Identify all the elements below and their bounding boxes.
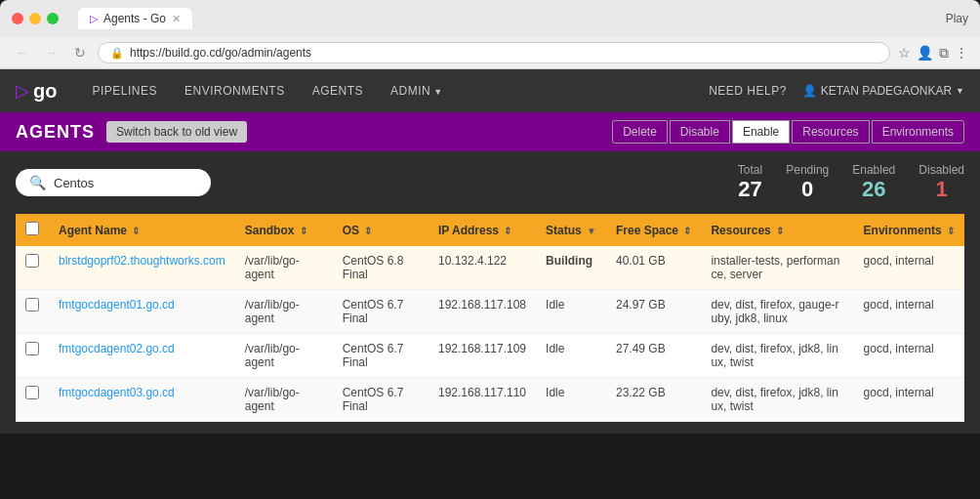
row-ip-address: 192.168.117.108 xyxy=(429,290,536,334)
resources-button[interactable]: Resources xyxy=(792,120,869,144)
address-actions: ☆ 👤 ⧉ ⋮ xyxy=(898,45,968,62)
sort-arrow-agent-name: ⇕ xyxy=(132,226,140,236)
agents-table: Agent Name ⇕ Sandbox ⇕ OS ⇕ IP Address ⇕… xyxy=(16,214,964,422)
enable-button[interactable]: Enable xyxy=(732,120,790,144)
header-agent-name[interactable]: Agent Name ⇕ xyxy=(49,214,235,246)
go-logo[interactable]: ▷ go xyxy=(16,80,57,103)
table-row: fmtgocdagent02.go.cd /var/lib/go-agent C… xyxy=(16,334,964,378)
header-environments[interactable]: Environments ⇕ xyxy=(854,214,964,246)
nav-item-agents[interactable]: AGENTS xyxy=(301,72,375,109)
header-row: Agent Name ⇕ Sandbox ⇕ OS ⇕ IP Address ⇕… xyxy=(16,214,964,246)
header-os[interactable]: OS ⇕ xyxy=(333,214,429,246)
url-text: https://build.go.cd/go/admin/agents xyxy=(130,46,311,60)
row-status: Building xyxy=(536,246,606,290)
row-checkbox[interactable] xyxy=(25,254,39,268)
main-nav: ▷ go PIPELINES ENVIRONMENTS AGENTS ADMIN… xyxy=(0,69,980,112)
search-stats-row: 🔍 Total 27 Pending 0 Enabled 26 Disabled… xyxy=(16,163,964,202)
row-resources: installer-tests, performance, server xyxy=(701,246,853,290)
select-all-checkbox[interactable] xyxy=(25,222,39,235)
row-os: CentOS 6.7 Final xyxy=(333,290,429,334)
table-row: blrstdgoprf02.thoughtworks.com /var/lib/… xyxy=(16,246,964,290)
header-free-space[interactable]: Free Space ⇕ xyxy=(606,214,701,246)
help-link[interactable]: NEED HELP? xyxy=(709,84,787,98)
tab-title: Agents - Go xyxy=(103,12,166,25)
row-free-space: 40.01 GB xyxy=(606,246,701,290)
main-content: 🔍 Total 27 Pending 0 Enabled 26 Disabled… xyxy=(0,151,980,434)
row-free-space: 24.97 GB xyxy=(606,290,701,334)
disable-button[interactable]: Disable xyxy=(670,120,730,144)
header-resources[interactable]: Resources ⇕ xyxy=(701,214,853,246)
action-buttons: Delete Disable Enable Resources Environm… xyxy=(612,120,964,144)
stats-section: Total 27 Pending 0 Enabled 26 Disabled 1 xyxy=(738,163,964,202)
row-checkbox-cell xyxy=(16,290,49,334)
go-logo-text: go xyxy=(33,80,57,103)
row-ip-address: 192.168.117.110 xyxy=(429,378,536,422)
row-sandbox: /var/lib/go-agent xyxy=(235,378,333,422)
header-sandbox[interactable]: Sandbox ⇕ xyxy=(235,214,333,246)
maximize-button[interactable] xyxy=(47,13,59,24)
row-free-space: 23.22 GB xyxy=(606,378,701,422)
extension-icon[interactable]: ⧉ xyxy=(939,45,949,62)
search-input[interactable] xyxy=(54,176,190,190)
forward-button[interactable]: → xyxy=(41,43,62,62)
tab-bar: ▷ Agents - Go ✕ xyxy=(78,8,938,29)
close-button[interactable] xyxy=(12,13,23,24)
disabled-label: Disabled xyxy=(919,163,964,177)
header-status[interactable]: Status ▼ xyxy=(536,214,606,246)
refresh-button[interactable]: ↻ xyxy=(70,43,90,62)
url-bar[interactable]: 🔒 https://build.go.cd/go/admin/agents xyxy=(98,42,890,63)
total-label: Total xyxy=(738,163,762,177)
delete-button[interactable]: Delete xyxy=(612,120,668,144)
pending-label: Pending xyxy=(786,163,829,177)
nav-item-admin[interactable]: ADMIN xyxy=(379,72,455,109)
enabled-label: Enabled xyxy=(852,163,895,177)
row-checkbox[interactable] xyxy=(25,342,39,355)
header-ip-address[interactable]: IP Address ⇕ xyxy=(429,214,536,246)
window-chrome: ▷ Agents - Go ✕ Play xyxy=(0,0,980,37)
row-free-space: 27.49 GB xyxy=(606,334,701,378)
tab-close-button[interactable]: ✕ xyxy=(172,13,181,25)
agents-title: AGENTS xyxy=(16,122,95,143)
row-resources: dev, dist, firefox, gauge-ruby, jdk8, li… xyxy=(701,290,853,334)
sort-arrow-resources: ⇕ xyxy=(776,226,784,236)
row-checkbox[interactable] xyxy=(25,386,39,399)
row-sandbox: /var/lib/go-agent xyxy=(235,334,333,378)
bookmark-icon[interactable]: ☆ xyxy=(898,45,911,61)
row-sandbox: /var/lib/go-agent xyxy=(235,246,333,290)
agent-name-link[interactable]: fmtgocdagent02.go.cd xyxy=(59,342,175,355)
back-button[interactable]: ← xyxy=(12,43,33,62)
row-agent-name: fmtgocdagent03.go.cd xyxy=(49,378,235,422)
row-environments: gocd, internal xyxy=(854,290,964,334)
environments-button[interactable]: Environments xyxy=(872,120,964,144)
agent-name-link[interactable]: fmtgocdagent01.go.cd xyxy=(59,298,175,312)
minimize-button[interactable] xyxy=(29,13,41,24)
active-tab[interactable]: ▷ Agents - Go ✕ xyxy=(78,8,192,29)
row-resources: dev, dist, firefox, jdk8, linux, twist xyxy=(701,334,853,378)
total-value: 27 xyxy=(738,177,761,201)
nav-items: PIPELINES ENVIRONMENTS AGENTS ADMIN xyxy=(80,72,709,109)
disabled-value: 1 xyxy=(936,177,948,201)
agent-name-link[interactable]: blrstdgoprf02.thoughtworks.com xyxy=(59,254,225,268)
stat-total: Total 27 xyxy=(738,163,762,202)
row-status: Idle xyxy=(536,334,606,378)
row-checkbox-cell xyxy=(16,378,49,422)
profile-icon[interactable]: 👤 xyxy=(917,45,933,61)
user-menu[interactable]: KETAN PADEGAONKAR xyxy=(802,84,964,98)
menu-icon[interactable]: ⋮ xyxy=(955,45,968,61)
agents-header: AGENTS Switch back to old view Delete Di… xyxy=(0,112,980,151)
pending-value: 0 xyxy=(801,177,813,201)
row-checkbox[interactable] xyxy=(25,298,39,312)
stat-pending: Pending 0 xyxy=(786,163,829,202)
nav-item-pipelines[interactable]: PIPELINES xyxy=(80,72,169,109)
nav-item-environments[interactable]: ENVIRONMENTS xyxy=(173,72,297,109)
search-box[interactable]: 🔍 xyxy=(16,169,211,196)
row-status: Idle xyxy=(536,290,606,334)
sort-arrow-status: ▼ xyxy=(587,226,596,236)
tab-favicon: ▷ xyxy=(90,13,98,25)
row-environments: gocd, internal xyxy=(854,334,964,378)
row-environments: gocd, internal xyxy=(854,246,964,290)
agent-name-link[interactable]: fmtgocdagent03.go.cd xyxy=(59,386,175,399)
switch-view-button[interactable]: Switch back to old view xyxy=(106,121,247,143)
table-row: fmtgocdagent01.go.cd /var/lib/go-agent C… xyxy=(16,290,964,334)
address-bar: ← → ↻ 🔒 https://build.go.cd/go/admin/age… xyxy=(0,37,980,69)
